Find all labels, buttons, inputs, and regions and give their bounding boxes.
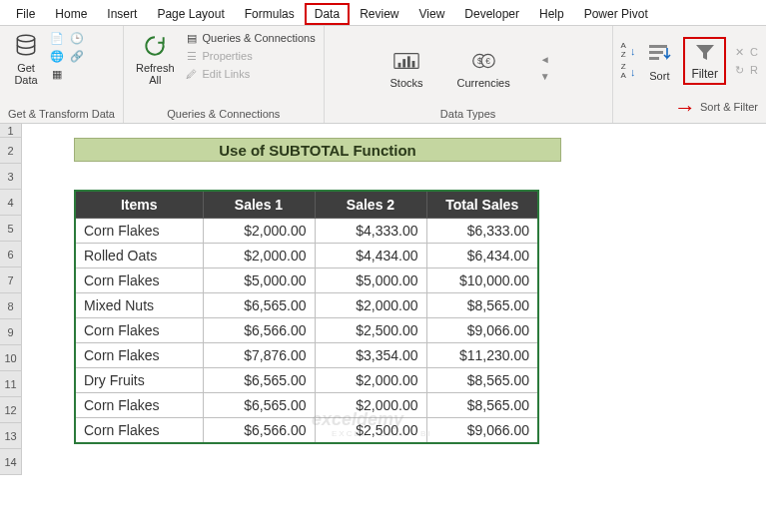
link-icon: 🔗 xyxy=(70,49,84,63)
cell[interactable]: $4,434.00 xyxy=(315,244,426,268)
database-icon xyxy=(12,32,40,60)
queries-connections-button[interactable]: ▤Queries & Connections xyxy=(185,30,316,46)
from-text-csv-button[interactable]: 📄 xyxy=(50,30,64,46)
cell[interactable]: $2,000.00 xyxy=(315,368,426,393)
cell-item[interactable]: Corn Flakes xyxy=(75,268,203,293)
row-header[interactable]: 10 xyxy=(0,345,22,371)
tab-developer[interactable]: Developer xyxy=(454,3,529,25)
cell-item[interactable]: Rolled Oats xyxy=(75,244,203,268)
row-header[interactable]: 8 xyxy=(0,293,22,319)
refresh-all-button[interactable]: Refresh All xyxy=(132,30,179,88)
stocks-label: Stocks xyxy=(390,77,423,89)
cell[interactable]: $10,000.00 xyxy=(426,268,538,293)
tab-insert[interactable]: Insert xyxy=(97,3,147,25)
tab-home[interactable]: Home xyxy=(45,3,97,25)
filter-button[interactable]: Filter xyxy=(683,37,726,85)
clear-button[interactable]: ✕C xyxy=(732,44,758,60)
list-icon: ▤ xyxy=(185,31,199,45)
tab-help[interactable]: Help xyxy=(529,3,574,25)
row-header[interactable]: 11 xyxy=(0,371,22,397)
from-web-button[interactable]: 🌐 xyxy=(50,48,64,64)
cell[interactable]: $9,066.00 xyxy=(426,318,538,343)
row-header[interactable]: 14 xyxy=(0,449,22,475)
sort-az-za: AZ↓ ZA↓ xyxy=(621,41,636,81)
properties-button[interactable]: ☰Properties xyxy=(185,48,316,64)
cell[interactable]: $2,000.00 xyxy=(315,293,426,318)
cell-item[interactable]: Corn Flakes xyxy=(75,418,203,444)
edit-links-button[interactable]: 🖉Edit Links xyxy=(185,66,316,82)
cell[interactable]: $2,000.00 xyxy=(203,244,315,268)
cell[interactable]: $6,333.00 xyxy=(426,219,538,244)
data-type-next-button[interactable]: ▼ xyxy=(540,71,550,82)
col-items[interactable]: Items xyxy=(75,191,203,219)
cell-item[interactable]: Mixed Nuts xyxy=(75,293,203,318)
existing-connections-button[interactable]: 🔗 xyxy=(70,48,84,64)
row-header[interactable]: 2 xyxy=(0,138,22,164)
cell-item[interactable]: Corn Flakes xyxy=(75,318,203,343)
data-type-prev-button[interactable]: ◄ xyxy=(540,54,550,65)
tab-review[interactable]: Review xyxy=(350,3,408,25)
tab-formulas[interactable]: Formulas xyxy=(235,3,305,25)
cell[interactable]: $2,000.00 xyxy=(203,219,315,244)
cell[interactable]: $5,000.00 xyxy=(203,268,315,293)
globe-icon: 🌐 xyxy=(50,49,64,63)
cell[interactable]: $5,000.00 xyxy=(315,268,426,293)
sort-az-button[interactable]: AZ↓ xyxy=(621,41,636,60)
tab-view[interactable]: View xyxy=(409,3,455,25)
from-table-button[interactable]: ▦ xyxy=(50,66,64,82)
cell[interactable]: $8,565.00 xyxy=(426,368,538,393)
cell[interactable]: $11,230.00 xyxy=(426,343,538,368)
table-row: Corn Flakes$2,000.00$4,333.00$6,333.00 xyxy=(75,219,538,244)
cell[interactable]: $6,434.00 xyxy=(426,244,538,268)
row-header[interactable]: 4 xyxy=(0,190,22,216)
get-data-button[interactable]: Get Data xyxy=(8,30,44,88)
cell[interactable]: $6,565.00 xyxy=(203,393,315,418)
stocks-button[interactable]: Stocks xyxy=(386,45,427,91)
cell[interactable]: $3,354.00 xyxy=(315,343,426,368)
file-icon: 📄 xyxy=(50,31,64,45)
cell[interactable]: $6,566.00 xyxy=(203,418,315,444)
cell[interactable]: $7,876.00 xyxy=(203,343,315,368)
ribbon: Get Data 📄 🌐 ▦ 🕒 🔗 Get & Transform Data … xyxy=(0,26,766,124)
recent-sources-button[interactable]: 🕒 xyxy=(70,30,84,46)
cell-item[interactable]: Dry Fruits xyxy=(75,368,203,393)
sort-za-button[interactable]: ZA↓ xyxy=(621,62,636,81)
cell[interactable]: $2,500.00 xyxy=(315,418,426,444)
tab-power-pivot[interactable]: Power Pivot xyxy=(574,3,658,25)
reapply-button[interactable]: ↻R xyxy=(732,62,758,78)
col-sales1[interactable]: Sales 1 xyxy=(203,191,315,219)
currencies-button[interactable]: $€ Currencies xyxy=(453,45,514,91)
group-label-sort-filter: Sort & Filter xyxy=(700,101,758,113)
cell-item[interactable]: Corn Flakes xyxy=(75,393,203,418)
tab-page-layout[interactable]: Page Layout xyxy=(147,3,234,25)
group-get-transform: Get Data 📄 🌐 ▦ 🕒 🔗 Get & Transform Data xyxy=(0,26,124,123)
cell-area[interactable]: Use of SUBTOTAL Function Items Sales 1 S… xyxy=(22,124,766,475)
col-total[interactable]: Total Sales xyxy=(426,191,538,219)
cell-item[interactable]: Corn Flakes xyxy=(75,219,203,244)
cell[interactable]: $6,565.00 xyxy=(203,368,315,393)
tab-file[interactable]: File xyxy=(6,3,45,25)
cell[interactable]: $9,066.00 xyxy=(426,418,538,444)
row-header[interactable]: 12 xyxy=(0,397,22,423)
cell[interactable]: $4,333.00 xyxy=(315,219,426,244)
row-header[interactable]: 3 xyxy=(0,164,22,190)
cell-item[interactable]: Corn Flakes xyxy=(75,343,203,368)
row-header[interactable]: 9 xyxy=(0,319,22,345)
row-header[interactable]: 7 xyxy=(0,267,22,293)
tab-data[interactable]: Data xyxy=(305,3,350,25)
svg-rect-5 xyxy=(412,61,415,68)
cell[interactable]: $8,565.00 xyxy=(426,293,538,318)
table-row: Corn Flakes$6,566.00$2,500.00$9,066.00 xyxy=(75,418,538,444)
cell[interactable]: $6,566.00 xyxy=(203,318,315,343)
cell[interactable]: $6,565.00 xyxy=(203,293,315,318)
cell[interactable]: $8,565.00 xyxy=(426,393,538,418)
table-header-row: Items Sales 1 Sales 2 Total Sales xyxy=(75,191,538,219)
sort-button[interactable]: Sort xyxy=(641,38,677,84)
row-header[interactable]: 5 xyxy=(0,216,22,242)
row-header[interactable]: 6 xyxy=(0,242,22,267)
col-sales2[interactable]: Sales 2 xyxy=(315,191,426,219)
cell[interactable]: $2,000.00 xyxy=(315,393,426,418)
cell[interactable]: $2,500.00 xyxy=(315,318,426,343)
row-header[interactable]: 1 xyxy=(0,124,22,138)
row-header[interactable]: 13 xyxy=(0,423,22,449)
